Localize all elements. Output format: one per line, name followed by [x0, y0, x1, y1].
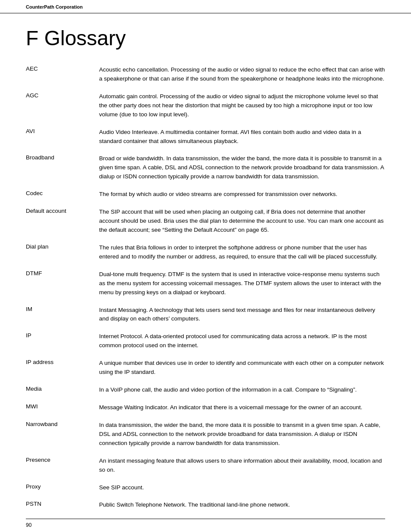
glossary-row: IPInternet Protocol. A data-oriented pro…: [26, 330, 385, 356]
glossary-definition: A unique number that devices use in orde…: [99, 356, 385, 383]
glossary-term: Broadband: [26, 152, 99, 187]
glossary-row: PresenceAn instant messaging feature tha…: [26, 454, 385, 481]
glossary-definition: Audio Video Interleave. A multimedia con…: [99, 125, 385, 152]
glossary-term: Narrowband: [26, 418, 99, 454]
glossary-term: AGC: [26, 90, 99, 125]
company-name: CounterPath Corporation: [26, 4, 83, 9]
glossary-row: Dial planThe rules that Bria follows in …: [26, 241, 385, 268]
glossary-row: MediaIn a VoIP phone call, the audio and…: [26, 383, 385, 401]
glossary-term: IM: [26, 303, 99, 330]
glossary-term: IP address: [26, 356, 99, 383]
glossary-term: Codec: [26, 187, 99, 205]
glossary-definition: Automatic gain control. Processing of th…: [99, 90, 385, 125]
glossary-row: MWIMessage Waiting Indicator. An indicat…: [26, 401, 385, 418]
page-number: 90: [26, 522, 31, 528]
content: F Glossary AECAcoustic echo cancellation…: [0, 13, 411, 532]
glossary-definition: Acoustic echo cancellation. Processing o…: [99, 63, 385, 90]
glossary-term: Dial plan: [26, 241, 99, 268]
glossary-table: AECAcoustic echo cancellation. Processin…: [26, 63, 385, 516]
glossary-row: AGCAutomatic gain control. Processing of…: [26, 90, 385, 125]
glossary-term: MWI: [26, 401, 99, 418]
glossary-term: Proxy: [26, 481, 99, 498]
glossary-definition: The format by which audio or video strea…: [99, 187, 385, 205]
glossary-definition: Message Waiting Indicator. An indicator …: [99, 401, 385, 418]
glossary-row: DTMFDual-tone multi frequency. DTMF is t…: [26, 268, 385, 303]
glossary-row: BroadbandBroad or wide bandwidth. In dat…: [26, 152, 385, 187]
glossary-row: IMInstant Messaging. A technology that l…: [26, 303, 385, 330]
glossary-row: Default accountThe SIP account that will…: [26, 205, 385, 241]
glossary-definition: An instant messaging feature that allows…: [99, 454, 385, 481]
bottom-bar: 90: [26, 519, 385, 529]
glossary-term: Presence: [26, 454, 99, 481]
glossary-definition: The SIP account that will be used when p…: [99, 205, 385, 241]
page: CounterPath Corporation F Glossary AECAc…: [0, 0, 411, 532]
glossary-row: IP addressA unique number that devices u…: [26, 356, 385, 383]
glossary-row: PSTNPublic Switch Telephone Network. The…: [26, 498, 385, 516]
glossary-definition: Dual-tone multi frequency. DTMF is the s…: [99, 268, 385, 303]
glossary-row: AECAcoustic echo cancellation. Processin…: [26, 63, 385, 90]
glossary-row: ProxySee SIP account.: [26, 481, 385, 498]
glossary-definition: Internet Protocol. A data-oriented proto…: [99, 330, 385, 356]
glossary-term: DTMF: [26, 268, 99, 303]
glossary-row: NarrowbandIn data transmission, the wide…: [26, 418, 385, 454]
glossary-term: IP: [26, 330, 99, 356]
glossary-term: AEC: [26, 63, 99, 90]
page-title: F Glossary: [26, 26, 385, 50]
glossary-term: PSTN: [26, 498, 99, 516]
glossary-definition: Public Switch Telephone Network. The tra…: [99, 498, 385, 516]
glossary-term: Default account: [26, 205, 99, 241]
glossary-row: CodecThe format by which audio or video …: [26, 187, 385, 205]
glossary-term: AVI: [26, 125, 99, 152]
glossary-definition: In a VoIP phone call, the audio and vide…: [99, 383, 385, 401]
glossary-term: Media: [26, 383, 99, 401]
glossary-definition: See SIP account.: [99, 481, 385, 498]
top-bar: CounterPath Corporation: [0, 0, 411, 13]
glossary-definition: In data transmission, the wider the band…: [99, 418, 385, 454]
glossary-definition: Instant Messaging. A technology that let…: [99, 303, 385, 330]
glossary-definition: Broad or wide bandwidth. In data transmi…: [99, 152, 385, 187]
glossary-row: AVIAudio Video Interleave. A multimedia …: [26, 125, 385, 152]
glossary-definition: The rules that Bria follows in order to …: [99, 241, 385, 268]
